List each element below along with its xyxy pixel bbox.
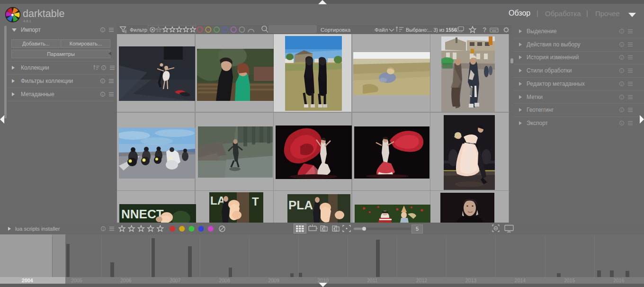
svg-text:i: i [621, 69, 622, 73]
svg-text:?: ? [483, 26, 487, 34]
svg-text:i: i [621, 95, 622, 99]
svg-text:T: T [252, 195, 259, 208]
svg-text:i: i [102, 28, 103, 32]
svg-text:i: i [103, 66, 104, 70]
svg-text:i: i [103, 227, 104, 231]
svg-text:i: i [621, 82, 622, 86]
svg-text:i: i [621, 55, 622, 60]
svg-text:i: i [102, 79, 103, 83]
svg-text:i: i [621, 121, 622, 126]
svg-text:i: i [621, 108, 622, 112]
svg-text:i: i [621, 29, 622, 34]
svg-text:PLA: PLA [288, 198, 313, 212]
svg-text:i: i [102, 92, 103, 97]
svg-text:i: i [621, 42, 622, 46]
